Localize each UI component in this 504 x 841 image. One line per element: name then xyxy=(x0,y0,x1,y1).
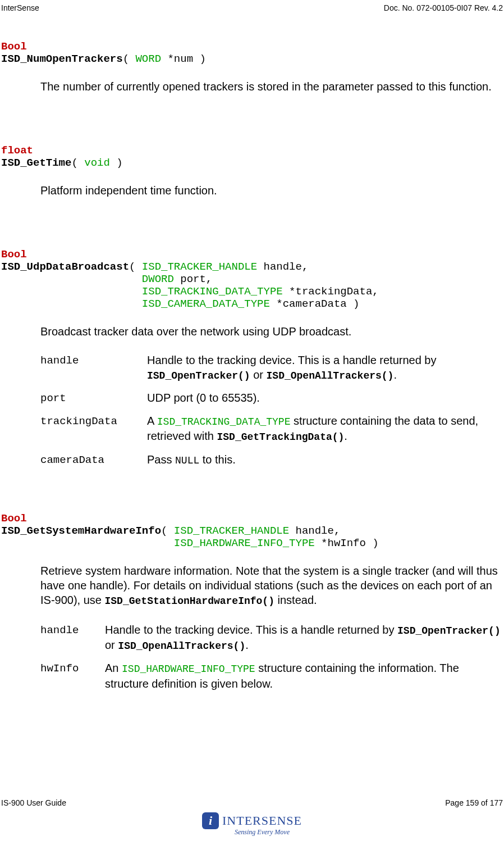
param-type: void xyxy=(84,157,110,169)
param-args: *num ) xyxy=(161,53,206,65)
code-type: ISD_HARDWARE_INFO_TYPE xyxy=(122,663,255,675)
text: Handle to the tracking device. This is a… xyxy=(147,354,437,366)
param-name: handle xyxy=(40,622,105,653)
text: A xyxy=(147,415,157,427)
param-type: ISD_TRACKER_HANDLE xyxy=(174,525,289,537)
text: instead. xyxy=(274,594,317,606)
param-row-hwinfo: hwInfo An ISD_HARDWARE_INFO_TYPE structu… xyxy=(40,661,503,690)
param-desc: A ISD_TRACKING_DATA_TYPE structure conta… xyxy=(147,413,503,444)
text: Pass xyxy=(147,453,175,466)
func3-signature: Bool ISD_UdpDataBroadcast( ISD_TRACKER_H… xyxy=(1,248,503,310)
pad xyxy=(1,537,174,549)
logo-icon: i xyxy=(202,812,219,829)
param-arg: *cameraData ) xyxy=(270,298,360,310)
func-udp-data-broadcast: Bool ISD_UdpDataBroadcast( ISD_TRACKER_H… xyxy=(1,248,503,467)
func-get-system-hardware-info: Bool ISD_GetSystemHardwareInfo( ISD_TRAC… xyxy=(1,512,503,691)
param-row-camera-data: cameraData Pass NULL to this. xyxy=(40,452,503,467)
param-desc: Handle to the tracking device. This is a… xyxy=(147,353,503,383)
func-get-time: float ISD_GetTime( void ) Platform indep… xyxy=(1,144,503,198)
page-footer: IS-900 User Guide Page 159 of 177 xyxy=(1,798,503,807)
function-name: ISD_NumOpenTrackers xyxy=(1,53,123,65)
param-arg: handle, xyxy=(257,261,308,273)
func1-desc: The number of currently opened trackers … xyxy=(40,79,503,94)
open: ( xyxy=(129,261,142,273)
param-row-handle: handle Handle to the tracking device. Th… xyxy=(40,622,503,653)
function-name: ISD_GetSystemHardwareInfo xyxy=(1,525,161,537)
param-desc: Pass NULL to this. xyxy=(147,452,503,467)
text: . xyxy=(245,639,249,651)
param-desc: UDP port (0 to 65535). xyxy=(147,390,503,406)
sig-open: ( xyxy=(123,53,136,65)
logo-text-inner: INTERSENSE xyxy=(222,813,302,828)
return-type: Bool xyxy=(1,512,27,525)
param-type: ISD_CAMERA_DATA_TYPE xyxy=(142,298,270,310)
param-name: trackingData xyxy=(40,413,147,444)
text: An xyxy=(105,662,122,674)
intersense-logo: i INTERSENSE Sensing Every Move xyxy=(202,812,302,837)
param-row-handle: handle Handle to the tracking device. Th… xyxy=(40,353,503,383)
sig-open: ( xyxy=(71,157,84,169)
param-arg: *hwInfo ) xyxy=(315,537,379,549)
return-type: Bool xyxy=(1,248,27,261)
function-name: ISD_GetTime xyxy=(1,157,71,169)
param-type: WORD xyxy=(135,53,161,65)
func2-desc: Platform independent time function. xyxy=(40,183,503,198)
text: . xyxy=(393,369,397,381)
func1-signature: Bool ISD_NumOpenTrackers( WORD *num ) xyxy=(1,40,503,65)
footer-left: IS-900 User Guide xyxy=(1,798,66,807)
text: Handle to the tracking device. This is a… xyxy=(105,624,397,636)
header-left: InterSense xyxy=(1,3,39,12)
param-row-tracking-data: trackingData A ISD_TRACKING_DATA_TYPE st… xyxy=(40,413,503,444)
code-ref: ISD_GetStationHardwareInfo() xyxy=(105,595,274,607)
param-desc: Handle to the tracking device. This is a… xyxy=(105,622,503,653)
text: or xyxy=(105,639,118,651)
footer-right: Page 159 of 177 xyxy=(445,798,503,807)
param-row-port: port UDP port (0 to 65535). xyxy=(40,390,503,406)
code-ref: ISD_OpenTracker() xyxy=(397,625,501,637)
logo-tagline: Sensing Every Move xyxy=(222,828,302,837)
param-type: ISD_TRACKING_DATA_TYPE xyxy=(142,285,283,298)
param-name: port xyxy=(40,390,147,406)
param-type: DWORD xyxy=(142,273,174,285)
pad xyxy=(1,298,142,310)
param-name: hwInfo xyxy=(40,661,105,690)
param-desc: An ISD_HARDWARE_INFO_TYPE structure cont… xyxy=(105,661,503,690)
return-type: Bool xyxy=(1,40,27,53)
param-args: ) xyxy=(110,157,123,169)
param-arg: handle, xyxy=(289,525,340,537)
param-type: ISD_TRACKER_HANDLE xyxy=(142,261,257,273)
func3-desc: Broadcast tracker data over the network … xyxy=(40,324,503,339)
text: or xyxy=(250,369,267,381)
param-arg: *trackingData, xyxy=(283,285,379,298)
code-ref: ISD_GetTrackingData() xyxy=(217,431,345,443)
code-ref: ISD_OpenAllTrackers() xyxy=(118,640,245,652)
text: . xyxy=(344,430,347,442)
func4-signature: Bool ISD_GetSystemHardwareInfo( ISD_TRAC… xyxy=(1,512,503,549)
function-name: ISD_UdpDataBroadcast xyxy=(1,261,129,273)
func2-signature: float ISD_GetTime( void ) xyxy=(1,144,503,169)
return-type: float xyxy=(1,144,33,157)
func-num-open-trackers: Bool ISD_NumOpenTrackers( WORD *num ) Th… xyxy=(1,40,503,94)
param-type: ISD_HARDWARE_INFO_TYPE xyxy=(174,537,315,549)
pad xyxy=(1,285,142,298)
open: ( xyxy=(161,525,174,537)
code-ref: ISD_OpenAllTrackers() xyxy=(267,370,394,381)
func4-desc: Retrieve system hardware information. No… xyxy=(40,563,503,608)
header-right: Doc. No. 072-00105-0I07 Rev. 4.2 xyxy=(384,3,503,12)
pad xyxy=(1,273,142,285)
code-ref: ISD_OpenTracker() xyxy=(147,370,250,381)
text: to this. xyxy=(199,453,235,466)
code-type: ISD_TRACKING_DATA_TYPE xyxy=(157,416,291,428)
param-arg: port, xyxy=(174,273,212,285)
code-ref: NULL xyxy=(175,455,199,466)
param-name: handle xyxy=(40,353,147,383)
logo-text: INTERSENSE xyxy=(222,813,302,828)
param-name: cameraData xyxy=(40,452,147,467)
